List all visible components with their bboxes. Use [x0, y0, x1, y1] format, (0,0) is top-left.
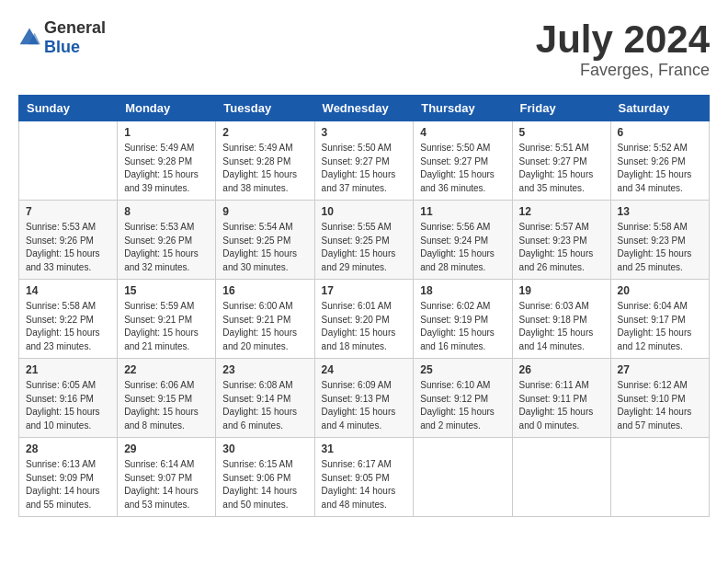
day-info: Sunrise: 5:52 AM Sunset: 9:26 PM Dayligh…	[618, 142, 702, 195]
weekday-header: Thursday	[414, 96, 512, 121]
day-number: 30	[222, 442, 307, 455]
title-location: Faverges, France	[536, 61, 710, 80]
calendar-cell: 19Sunrise: 6:03 AM Sunset: 9:18 PM Dayli…	[512, 280, 610, 359]
day-number: 13	[618, 205, 702, 218]
calendar-cell: 10Sunrise: 5:55 AM Sunset: 9:25 PM Dayli…	[314, 201, 414, 280]
day-number: 31	[322, 442, 407, 455]
day-number: 8	[124, 205, 209, 218]
day-number: 21	[26, 363, 110, 376]
calendar-cell	[414, 438, 512, 517]
day-number: 11	[420, 205, 505, 218]
calendar-table: SundayMondayTuesdayWednesdayThursdayFrid…	[18, 95, 710, 517]
calendar-cell: 11Sunrise: 5:56 AM Sunset: 9:24 PM Dayli…	[414, 201, 512, 280]
day-info: Sunrise: 6:08 AM Sunset: 9:14 PM Dayligh…	[222, 379, 307, 432]
weekday-header: Tuesday	[216, 96, 314, 121]
calendar-cell: 1Sunrise: 5:49 AM Sunset: 9:28 PM Daylig…	[118, 121, 216, 201]
calendar-cell: 9Sunrise: 5:54 AM Sunset: 9:25 PM Daylig…	[216, 201, 314, 280]
day-info: Sunrise: 5:53 AM Sunset: 9:26 PM Dayligh…	[26, 221, 110, 274]
day-info: Sunrise: 6:02 AM Sunset: 9:19 PM Dayligh…	[420, 300, 505, 353]
page-header: General Blue July 2024 Faverges, France	[18, 18, 710, 80]
calendar-cell: 16Sunrise: 6:00 AM Sunset: 9:21 PM Dayli…	[216, 280, 314, 359]
weekday-header: Saturday	[610, 96, 709, 121]
day-info: Sunrise: 5:58 AM Sunset: 9:22 PM Dayligh…	[26, 300, 110, 353]
logo: General Blue	[18, 18, 106, 57]
calendar-cell: 6Sunrise: 5:52 AM Sunset: 9:26 PM Daylig…	[610, 121, 709, 201]
day-number: 27	[618, 363, 702, 376]
day-info: Sunrise: 5:57 AM Sunset: 9:23 PM Dayligh…	[519, 221, 604, 274]
calendar-cell	[610, 438, 709, 517]
calendar-cell: 18Sunrise: 6:02 AM Sunset: 9:19 PM Dayli…	[414, 280, 512, 359]
day-info: Sunrise: 5:56 AM Sunset: 9:24 PM Dayligh…	[420, 221, 505, 274]
calendar-cell: 12Sunrise: 5:57 AM Sunset: 9:23 PM Dayli…	[512, 201, 610, 280]
calendar-cell: 25Sunrise: 6:10 AM Sunset: 9:12 PM Dayli…	[414, 359, 512, 438]
day-info: Sunrise: 6:09 AM Sunset: 9:13 PM Dayligh…	[322, 379, 407, 432]
calendar-cell: 5Sunrise: 5:51 AM Sunset: 9:27 PM Daylig…	[512, 121, 610, 201]
day-info: Sunrise: 6:01 AM Sunset: 9:20 PM Dayligh…	[322, 300, 407, 353]
calendar-cell: 23Sunrise: 6:08 AM Sunset: 9:14 PM Dayli…	[216, 359, 314, 438]
day-info: Sunrise: 6:17 AM Sunset: 9:05 PM Dayligh…	[322, 458, 407, 511]
day-info: Sunrise: 6:10 AM Sunset: 9:12 PM Dayligh…	[420, 379, 505, 432]
day-number: 25	[420, 363, 505, 376]
calendar-cell: 20Sunrise: 6:04 AM Sunset: 9:17 PM Dayli…	[610, 280, 709, 359]
day-info: Sunrise: 5:58 AM Sunset: 9:23 PM Dayligh…	[618, 221, 702, 274]
day-number: 19	[519, 284, 604, 297]
day-number: 2	[222, 126, 307, 139]
day-number: 3	[322, 126, 407, 139]
calendar-cell: 31Sunrise: 6:17 AM Sunset: 9:05 PM Dayli…	[314, 438, 414, 517]
calendar-cell: 3Sunrise: 5:50 AM Sunset: 9:27 PM Daylig…	[314, 121, 414, 201]
calendar-cell: 27Sunrise: 6:12 AM Sunset: 9:10 PM Dayli…	[610, 359, 709, 438]
calendar-cell: 21Sunrise: 6:05 AM Sunset: 9:16 PM Dayli…	[19, 359, 118, 438]
day-number: 24	[322, 363, 407, 376]
calendar-body: 1Sunrise: 5:49 AM Sunset: 9:28 PM Daylig…	[19, 121, 710, 517]
day-number: 20	[618, 284, 702, 297]
calendar-header-row: SundayMondayTuesdayWednesdayThursdayFrid…	[19, 96, 710, 121]
day-info: Sunrise: 6:06 AM Sunset: 9:15 PM Dayligh…	[124, 379, 209, 432]
day-info: Sunrise: 6:14 AM Sunset: 9:07 PM Dayligh…	[124, 458, 209, 511]
day-info: Sunrise: 5:49 AM Sunset: 9:28 PM Dayligh…	[222, 142, 307, 195]
calendar-cell: 30Sunrise: 6:15 AM Sunset: 9:06 PM Dayli…	[216, 438, 314, 517]
day-info: Sunrise: 5:54 AM Sunset: 9:25 PM Dayligh…	[222, 221, 307, 274]
day-number: 18	[420, 284, 505, 297]
day-number: 5	[519, 126, 604, 139]
calendar-cell: 28Sunrise: 6:13 AM Sunset: 9:09 PM Dayli…	[19, 438, 118, 517]
day-info: Sunrise: 6:15 AM Sunset: 9:06 PM Dayligh…	[222, 458, 307, 511]
day-number: 4	[420, 126, 505, 139]
weekday-header: Monday	[118, 96, 216, 121]
calendar-cell: 13Sunrise: 5:58 AM Sunset: 9:23 PM Dayli…	[610, 201, 709, 280]
day-number: 26	[519, 363, 604, 376]
calendar-cell: 4Sunrise: 5:50 AM Sunset: 9:27 PM Daylig…	[414, 121, 512, 201]
day-info: Sunrise: 5:49 AM Sunset: 9:28 PM Dayligh…	[124, 142, 209, 195]
calendar-cell: 8Sunrise: 5:53 AM Sunset: 9:26 PM Daylig…	[118, 201, 216, 280]
calendar-cell: 26Sunrise: 6:11 AM Sunset: 9:11 PM Dayli…	[512, 359, 610, 438]
day-info: Sunrise: 6:11 AM Sunset: 9:11 PM Dayligh…	[519, 379, 604, 432]
day-number: 1	[124, 126, 209, 139]
day-number: 12	[519, 205, 604, 218]
day-number: 17	[322, 284, 407, 297]
day-number: 22	[124, 363, 209, 376]
title-block: July 2024 Faverges, France	[536, 18, 710, 80]
calendar-cell: 22Sunrise: 6:06 AM Sunset: 9:15 PM Dayli…	[118, 359, 216, 438]
logo-blue: Blue	[44, 38, 80, 56]
weekday-header: Sunday	[19, 96, 118, 121]
day-info: Sunrise: 5:50 AM Sunset: 9:27 PM Dayligh…	[420, 142, 505, 195]
day-info: Sunrise: 6:12 AM Sunset: 9:10 PM Dayligh…	[618, 379, 702, 432]
day-info: Sunrise: 6:05 AM Sunset: 9:16 PM Dayligh…	[26, 379, 110, 432]
title-month: July 2024	[536, 18, 710, 61]
calendar-cell	[512, 438, 610, 517]
calendar-week-row: 28Sunrise: 6:13 AM Sunset: 9:09 PM Dayli…	[19, 438, 710, 517]
day-info: Sunrise: 6:03 AM Sunset: 9:18 PM Dayligh…	[519, 300, 604, 353]
calendar-week-row: 1Sunrise: 5:49 AM Sunset: 9:28 PM Daylig…	[19, 121, 710, 201]
logo-general: General	[44, 18, 106, 37]
day-info: Sunrise: 5:55 AM Sunset: 9:25 PM Dayligh…	[322, 221, 407, 274]
calendar-cell: 17Sunrise: 6:01 AM Sunset: 9:20 PM Dayli…	[314, 280, 414, 359]
calendar-cell: 7Sunrise: 5:53 AM Sunset: 9:26 PM Daylig…	[19, 201, 118, 280]
day-number: 29	[124, 442, 209, 455]
day-info: Sunrise: 5:53 AM Sunset: 9:26 PM Dayligh…	[124, 221, 209, 274]
logo-text: General Blue	[44, 18, 106, 57]
day-info: Sunrise: 6:00 AM Sunset: 9:21 PM Dayligh…	[222, 300, 307, 353]
calendar-cell: 2Sunrise: 5:49 AM Sunset: 9:28 PM Daylig…	[216, 121, 314, 201]
day-info: Sunrise: 6:13 AM Sunset: 9:09 PM Dayligh…	[26, 458, 110, 511]
calendar-cell: 24Sunrise: 6:09 AM Sunset: 9:13 PM Dayli…	[314, 359, 414, 438]
calendar-week-row: 7Sunrise: 5:53 AM Sunset: 9:26 PM Daylig…	[19, 201, 710, 280]
day-info: Sunrise: 5:59 AM Sunset: 9:21 PM Dayligh…	[124, 300, 209, 353]
